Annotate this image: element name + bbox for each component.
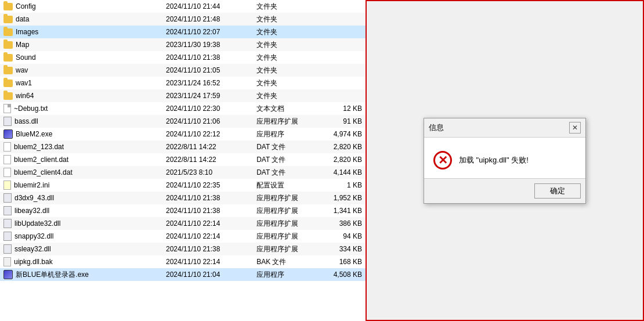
folder-icon [3,54,13,62]
file-size: 1,341 KB [316,204,366,217]
table-row[interactable]: 新BLUE单机登录器.exe 2024/11/10 21:04 应用程序 4,5… [0,268,366,281]
table-row[interactable]: uipkg.dll.bak 2024/11/10 22:14 BAK 文件 16… [0,255,366,268]
file-name: bluem2_client4.dat [14,168,73,176]
table-row[interactable]: ~Debug.txt 2024/11/10 22:30 文本文档 12 KB [0,102,366,115]
dialog-body: ✕ 加载 "uipkg.dll" 失败! [424,138,585,178]
table-row[interactable]: wav1 2023/11/24 16:52 文件夹 [0,77,366,89]
file-name: 新BLUE单机登录器.exe [16,270,89,280]
file-name: wav1 [16,79,32,87]
file-date: 2024/11/10 22:07 [162,26,253,38]
file-panel: Config 2024/11/10 21:44 文件夹 data 2024/11… [0,0,366,321]
dll-icon [3,206,12,215]
file-size: 168 KB [316,255,366,268]
file-table: Config 2024/11/10 21:44 文件夹 data 2024/11… [0,0,366,281]
table-row[interactable]: libUpdate32.dll 2024/11/10 22:14 应用程序扩展 … [0,217,366,230]
file-date: 2024/11/10 21:38 [162,51,253,64]
table-row[interactable]: bass.dll 2024/11/10 21:06 应用程序扩展 91 KB [0,115,366,128]
table-row[interactable]: Sound 2024/11/10 21:38 文件夹 [0,51,366,64]
exe-icon [3,129,13,139]
table-row[interactable]: Map 2023/11/30 19:38 文件夹 [0,38,366,51]
file-size [316,64,366,77]
file-type: 应用程序 [253,128,316,140]
dialog-titlebar: 信息 ✕ [424,118,585,138]
file-type: 文件夹 [253,0,316,13]
table-row[interactable]: Images 2024/11/10 22:07 文件夹 [0,26,366,38]
file-type: 应用程序扩展 [253,115,316,128]
file-name: uipkg.dll.bak [14,258,53,266]
file-date: 2024/11/10 21:44 [162,0,253,13]
file-name: libUpdate32.dll [15,219,60,228]
file-icon [3,104,11,113]
file-size: 2,820 KB [316,140,366,153]
table-row[interactable]: d3dx9_43.dll 2024/11/10 21:38 应用程序扩展 1,9… [0,192,366,204]
file-date: 2024/11/10 21:38 [162,192,253,204]
file-name: d3dx9_43.dll [15,194,54,202]
file-date: 2024/11/10 21:38 [162,204,253,217]
file-name: snappy32.dll [15,232,53,240]
file-type: 文件夹 [253,89,316,102]
table-row[interactable]: ssleay32.dll 2024/11/10 21:38 应用程序扩展 334… [0,243,366,255]
table-row[interactable]: snappy32.dll 2024/11/10 22:14 应用程序扩展 94 … [0,230,366,243]
dialog-area: 信息 ✕ ✕ 加载 "uipkg.dll" 失败! 确定 [366,0,644,321]
file-name: bluemir2.ini [14,181,49,189]
file-name: data [16,15,29,23]
file-date: 2024/11/10 22:35 [162,179,253,192]
bak-icon [3,257,11,266]
file-date: 2024/11/10 22:14 [162,230,253,243]
file-type: 应用程序扩展 [253,192,316,204]
file-type: 文件夹 [253,38,316,51]
dialog-message: 加载 "uipkg.dll" 失败! [459,155,529,165]
dll-icon [3,219,12,228]
file-date: 2022/8/11 14:22 [162,140,253,153]
file-type: 文本文档 [253,102,316,115]
file-date: 2021/5/23 8:10 [162,166,253,179]
file-size [316,0,366,13]
dat-icon [3,155,11,164]
table-row[interactable]: data 2024/11/10 21:48 文件夹 [0,13,366,26]
confirm-button[interactable]: 确定 [534,183,581,199]
dll-icon [3,117,12,126]
file-date: 2023/11/24 16:52 [162,77,253,89]
table-row[interactable]: bluem2_client.dat 2022/8/11 14:22 DAT 文件… [0,153,366,166]
folder-icon [3,16,13,23]
file-type: 应用程序扩展 [253,204,316,217]
dialog-footer: 确定 [424,178,585,203]
file-name: libeay32.dll [15,207,49,215]
dat-icon [3,142,11,152]
file-date: 2024/11/10 21:48 [162,13,253,26]
table-row[interactable]: bluem2_client4.dat 2021/5/23 8:10 DAT 文件… [0,166,366,179]
file-size: 94 KB [316,230,366,243]
table-row[interactable]: bluemir2.ini 2024/11/10 22:35 配置设置 1 KB [0,179,366,192]
file-type: 应用程序 [253,268,316,281]
table-row[interactable]: Config 2024/11/10 21:44 文件夹 [0,0,366,13]
file-size: 4,144 KB [316,166,366,179]
dll-icon [3,193,12,203]
error-icon: ✕ [433,151,452,169]
file-date: 2023/11/24 17:59 [162,89,253,102]
file-type: 文件夹 [253,26,316,38]
file-type: 应用程序扩展 [253,243,316,255]
file-date: 2024/11/10 22:14 [162,217,253,230]
table-row[interactable]: win64 2023/11/24 17:59 文件夹 [0,89,366,102]
file-date: 2024/11/10 21:05 [162,64,253,77]
file-date: 2024/11/10 22:30 [162,102,253,115]
table-row[interactable]: bluem2_123.dat 2022/8/11 14:22 DAT 文件 2,… [0,140,366,153]
folder-icon [3,92,13,100]
file-date: 2024/11/10 21:38 [162,243,253,255]
file-date: 2024/11/10 21:04 [162,268,253,281]
file-date: 2023/11/30 19:38 [162,38,253,51]
dialog-close-button[interactable]: ✕ [569,122,581,134]
folder-icon [3,3,13,10]
file-type: DAT 文件 [253,153,316,166]
folder-icon [3,67,13,74]
file-date: 2022/8/11 14:22 [162,153,253,166]
folder-icon [3,80,13,87]
file-name: Images [16,28,38,36]
table-row[interactable]: libeay32.dll 2024/11/10 21:38 应用程序扩展 1,3… [0,204,366,217]
table-row[interactable]: BlueM2.exe 2024/11/10 22:12 应用程序 4,974 K… [0,128,366,140]
file-name: win64 [16,92,34,100]
dat-icon [3,168,11,177]
table-row[interactable]: wav 2024/11/10 21:05 文件夹 [0,64,366,77]
file-type: 文件夹 [253,51,316,64]
folder-icon [3,41,13,49]
